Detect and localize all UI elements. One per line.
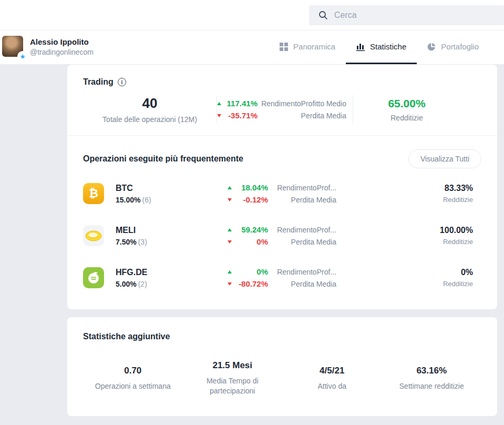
bitcoin-icon: ₿ xyxy=(83,183,104,204)
arrow-down-icon xyxy=(228,282,232,286)
total-trades-value: 40 xyxy=(83,95,217,112)
asset-profitable-block: 0% Redditizie xyxy=(443,268,473,288)
stat-value: 4/5/21 xyxy=(282,366,382,376)
profitable-value: 65.00% xyxy=(353,97,460,110)
asset-row-meli[interactable]: MELI 7.50%(3) 59.24% RendimentoProf... 0… xyxy=(83,215,481,257)
asset-profit-label: RendimentoProf... xyxy=(268,184,336,192)
tab-label: Portafoglio xyxy=(441,42,479,51)
arrow-up-icon xyxy=(228,186,232,189)
asset-trade-count: (6) xyxy=(142,196,151,204)
stat-value: 63.16% xyxy=(382,366,482,376)
trading-title-text: Trading xyxy=(83,77,114,87)
stat-trades-per-week: 0.70 Operazioni a settimana xyxy=(83,366,183,391)
asset-allocation: 5.00% xyxy=(116,280,137,288)
avg-loss-value: -35.71% xyxy=(225,111,258,120)
main-content: Trading 40 Totale delle operazioni (12M)… xyxy=(67,65,497,416)
asset-row-hfg[interactable]: HFG.DE 5.00%(2) 0% RendimentoProf... -80… xyxy=(83,257,481,299)
stat-label: Attivo da xyxy=(286,381,378,391)
bar-chart-icon xyxy=(356,43,365,51)
info-icon[interactable] xyxy=(118,78,126,86)
stat-avg-holding-time: 21.5 Mesi Media Tempo di partecipazioni xyxy=(183,360,283,396)
additional-stats-title: Statistiche aggiuntive xyxy=(83,317,481,341)
hellofresh-icon xyxy=(83,267,104,288)
total-trades-label: Totale delle operazioni (12M) xyxy=(83,115,217,124)
arrow-up-icon xyxy=(228,270,232,274)
trading-card: Trading 40 Totale delle operazioni (12M)… xyxy=(67,65,497,309)
trading-stats-row: 40 Totale delle operazioni (12M) 117.41%… xyxy=(83,95,481,135)
asset-stats: 59.24% RendimentoProf... 0% Perdita Medi… xyxy=(204,224,336,248)
arrow-up-icon xyxy=(217,102,221,105)
arrow-down-icon xyxy=(228,198,232,201)
asset-stats: 18.04% RendimentoProf... -0.12% Perdita … xyxy=(204,181,336,206)
stat-label: Settimane redditizie xyxy=(386,381,478,391)
additional-stats-row: 0.70 Operazioni a settimana 21.5 Mesi Me… xyxy=(83,357,481,399)
profitable-label: Redditizie xyxy=(353,114,460,122)
stat-value: 21.5 Mesi xyxy=(183,360,283,371)
stat-label: Media Tempo di partecipazioni xyxy=(187,376,279,396)
avg-profit-label: RendimentoProfitto Medio xyxy=(258,99,346,108)
asset-loss-value: -0.12% xyxy=(235,195,268,204)
asset-profit-value: 18.04% xyxy=(235,183,268,192)
tab-portafoglio[interactable]: Portafoglio xyxy=(417,31,489,64)
asset-profitable-block: 83.33% Redditizie xyxy=(443,184,473,204)
frequent-trades-title: Operazioni eseguite più frequentemente xyxy=(83,154,243,164)
asset-profitable-block: 100.00% Redditizie xyxy=(440,226,473,246)
stat-value: 0.70 xyxy=(83,366,183,376)
avg-profit-loss-stat: 117.41% RendimentoProfitto Medio -35.71%… xyxy=(217,95,353,124)
profile-header: Alessio Ippolito @tradingonlinecom Panor… xyxy=(0,31,504,65)
search-input[interactable] xyxy=(334,11,471,20)
stat-profitable-weeks: 63.16% Settimane redditizie xyxy=(382,366,482,391)
asset-allocation: 7.50% xyxy=(116,238,137,246)
asset-allocation: 15.00% xyxy=(116,196,140,204)
asset-profit-label: RendimentoProf... xyxy=(268,268,336,276)
profile-name: Alessio Ippolito xyxy=(30,37,89,46)
additional-stats-card: Statistiche aggiuntive 0.70 Operazioni a… xyxy=(67,317,497,416)
frequent-trades-header: Operazioni eseguite più frequentemente V… xyxy=(83,136,481,173)
tab-label: Panoramica xyxy=(293,42,335,51)
view-all-button[interactable]: Visualizza Tutti xyxy=(408,149,481,168)
asset-trade-count: (2) xyxy=(138,280,147,288)
asset-symbol: MELI xyxy=(116,226,204,235)
asset-profitable-value: 100.00% xyxy=(440,226,473,235)
asset-symbol: BTC xyxy=(116,184,204,193)
search-box[interactable] xyxy=(309,5,504,25)
asset-loss-label: Perdita Media xyxy=(268,238,336,246)
arrow-down-icon xyxy=(228,240,232,244)
asset-loss-label: Perdita Media xyxy=(268,280,336,288)
asset-row-btc[interactable]: ₿ BTC 15.00%(6) 18.04% RendimentoProf...… xyxy=(83,173,481,215)
asset-profitable-value: 83.33% xyxy=(443,184,473,193)
arrow-down-icon xyxy=(217,114,221,117)
avg-profit-value: 117.41% xyxy=(225,99,258,108)
stat-active-since: 4/5/21 Attivo da xyxy=(282,366,382,391)
asset-profit-value: 0% xyxy=(235,267,268,276)
asset-stats: 0% RendimentoProf... -80.72% Perdita Med… xyxy=(204,266,336,290)
pie-chart-icon xyxy=(427,43,436,51)
asset-profitable-label: Redditizie xyxy=(443,196,473,204)
avatar xyxy=(2,36,23,57)
arrow-up-icon xyxy=(228,228,232,231)
search-icon xyxy=(318,11,328,20)
asset-name-block: MELI 7.50%(3) xyxy=(116,226,204,246)
asset-loss-label: Perdita Media xyxy=(268,196,336,204)
asset-profitable-label: Redditizie xyxy=(443,280,473,288)
asset-symbol: HFG.DE xyxy=(116,268,204,277)
mercadolibre-icon xyxy=(83,225,104,246)
profile-username: @tradingonlinecom xyxy=(30,48,94,56)
avg-loss-label: Perdita Media xyxy=(258,112,346,120)
asset-loss-value: 0% xyxy=(235,237,268,246)
tab-label: Statistiche xyxy=(370,42,406,51)
stat-label: Operazioni a settimana xyxy=(87,381,179,391)
bitcoin-glyph: ₿ xyxy=(89,187,98,200)
asset-name-block: HFG.DE 5.00%(2) xyxy=(116,268,204,288)
asset-profit-value: 59.24% xyxy=(235,225,268,234)
grid-icon xyxy=(280,43,288,51)
trading-section-title: Trading xyxy=(83,65,481,87)
top-bar xyxy=(0,0,504,31)
asset-profit-label: RendimentoProf... xyxy=(268,226,336,234)
tab-panoramica[interactable]: Panoramica xyxy=(269,31,346,64)
total-trades-stat: 40 Totale delle operazioni (12M) xyxy=(83,95,217,124)
tab-statistiche[interactable]: Statistiche xyxy=(346,31,417,64)
hellofresh-logo xyxy=(86,270,101,285)
asset-profitable-value: 0% xyxy=(443,268,473,277)
mercadolibre-logo xyxy=(85,230,102,241)
